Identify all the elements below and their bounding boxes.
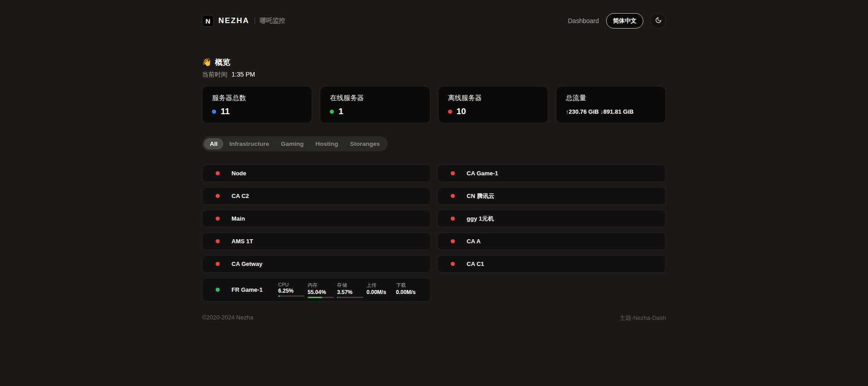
offline-status-dot xyxy=(216,217,220,221)
stat-card-total-servers: 服务器总数 11 xyxy=(202,86,312,123)
server-name: FR Game-1 xyxy=(231,286,263,293)
stat-card-label: 总流量 xyxy=(566,94,656,102)
server-name: CN 腾讯云 xyxy=(467,192,494,200)
server-row-node[interactable]: Node xyxy=(202,164,431,182)
stat-card-value: 11 xyxy=(221,106,230,116)
server-name: AMS 1T xyxy=(231,238,253,245)
tab-infrastructure[interactable]: Infrastructure xyxy=(223,138,275,150)
server-row-ca-c2[interactable]: CA C2 xyxy=(202,187,431,205)
server-name: CA Getway xyxy=(231,261,262,267)
stat-memory: 内存 55.04% xyxy=(308,282,334,298)
current-time-label: 当前时间 xyxy=(202,71,227,78)
stat-card-label: 在线服务器 xyxy=(330,94,420,102)
copyright-text: ©2020-2024 Nezha xyxy=(202,314,253,322)
footer: ©2020-2024 Nezha 主题-Nezha-Dash xyxy=(202,314,666,331)
stat-card-value: 10 xyxy=(457,106,466,116)
server-name: CA C1 xyxy=(467,261,484,267)
cpu-progress-bar xyxy=(278,295,304,297)
offline-status-dot xyxy=(451,217,455,221)
storage-progress-bar xyxy=(337,297,363,298)
offline-status-dot xyxy=(216,262,220,266)
offline-status-dot xyxy=(451,262,455,266)
nezha-logo[interactable]: N xyxy=(202,15,214,27)
server-row-ca-a[interactable]: CA A xyxy=(437,232,666,250)
server-column-left: Node CA C2 Main AMS 1T CA Getway FR Game… xyxy=(202,164,431,302)
stat-card-label: 离线服务器 xyxy=(448,94,538,102)
server-group-tabs: All Infrastructure Gaming Hosting Storan… xyxy=(202,136,388,151)
stat-card-offline-servers: 离线服务器 10 xyxy=(438,86,548,123)
server-row-cn-tencent[interactable]: CN 腾讯云 xyxy=(437,187,666,205)
server-row-ca-c1[interactable]: CA C1 xyxy=(437,255,666,273)
server-row-ggy[interactable]: ggy 1元机 xyxy=(437,210,666,227)
page-container: N NEZHA 哪吒监控 Dashboard 简体中文 👋 概览 当前时间 1:… xyxy=(202,0,666,331)
server-name: ggy 1元机 xyxy=(467,215,494,223)
stat-download: 下载 0.00M/s xyxy=(396,282,422,298)
brand-divider xyxy=(255,17,255,24)
server-name: CA Game-1 xyxy=(467,170,498,177)
green-status-dot xyxy=(330,110,334,114)
server-name: Main xyxy=(231,215,245,222)
offline-status-dot xyxy=(451,194,455,198)
server-name: Node xyxy=(231,170,246,177)
stat-card-total-traffic: 总流量 ↑230.76 GiB ↓891.81 GiB xyxy=(556,86,666,123)
server-name: CA C2 xyxy=(231,193,249,199)
wave-emoji: 👋 xyxy=(202,58,212,67)
server-row-main[interactable]: Main xyxy=(202,210,431,227)
server-name: CA A xyxy=(467,238,481,245)
dashboard-link[interactable]: Dashboard xyxy=(568,17,599,24)
stat-cpu: CPU 6.25% xyxy=(278,282,304,298)
tab-hosting[interactable]: Hosting xyxy=(309,138,344,150)
offline-status-dot xyxy=(216,239,220,243)
blue-status-dot xyxy=(212,110,216,114)
stat-card-online-servers: 在线服务器 1 xyxy=(320,86,430,123)
server-stats: CPU 6.25% 内存 55.04% 存储 3.57% xyxy=(278,282,422,298)
server-row-ca-game-1[interactable]: CA Game-1 xyxy=(437,164,666,182)
tab-storanges[interactable]: Storanges xyxy=(344,138,386,150)
current-time-value: 1:35 PM xyxy=(231,71,255,78)
offline-status-dot xyxy=(451,171,455,175)
theme-credit-link[interactable]: 主题-Nezha-Dash xyxy=(619,314,666,322)
server-row-ams-1t[interactable]: AMS 1T xyxy=(202,232,431,250)
header-actions: Dashboard 简体中文 xyxy=(568,13,666,29)
brand-name: NEZHA xyxy=(218,16,250,25)
server-row-fr-game-1[interactable]: FR Game-1 CPU 6.25% 内存 55.04% 存储 3.57% xyxy=(202,278,431,302)
offline-status-dot xyxy=(216,171,220,175)
traffic-value: ↑230.76 GiB ↓891.81 GiB xyxy=(566,108,656,115)
server-row-ca-getway[interactable]: CA Getway xyxy=(202,255,431,273)
offline-status-dot xyxy=(216,194,220,198)
current-time-row: 当前时间 1:35 PM xyxy=(202,71,666,79)
offline-status-dot xyxy=(451,239,455,243)
moon-icon xyxy=(655,17,662,25)
red-status-dot xyxy=(448,110,452,114)
online-status-dot xyxy=(216,288,220,292)
stat-card-label: 服务器总数 xyxy=(212,94,302,102)
tab-all[interactable]: All xyxy=(204,138,223,150)
stat-storage: 存储 3.57% xyxy=(337,282,363,298)
stat-upload: 上传 0.00M/s xyxy=(366,282,393,298)
header: N NEZHA 哪吒监控 Dashboard 简体中文 xyxy=(202,0,666,30)
memory-progress-bar xyxy=(308,297,334,298)
theme-toggle-button[interactable] xyxy=(651,13,666,29)
brand-subtitle: 哪吒监控 xyxy=(260,17,285,25)
tab-gaming[interactable]: Gaming xyxy=(275,138,309,150)
brand-area: N NEZHA 哪吒监控 xyxy=(202,15,285,27)
stat-cards: 服务器总数 11 在线服务器 1 离线服务器 10 总流量 ↑230.76 Gi… xyxy=(202,86,666,123)
stat-card-value: 1 xyxy=(338,106,343,116)
overview-title-text: 概览 xyxy=(215,57,230,68)
overview-title: 👋 概览 xyxy=(202,57,666,68)
server-list: Node CA C2 Main AMS 1T CA Getway FR Game… xyxy=(202,164,666,302)
logo-letter: N xyxy=(206,17,211,25)
server-column-right: CA Game-1 CN 腾讯云 ggy 1元机 CA A CA C1 xyxy=(437,164,666,273)
language-button[interactable]: 简体中文 xyxy=(606,13,643,29)
